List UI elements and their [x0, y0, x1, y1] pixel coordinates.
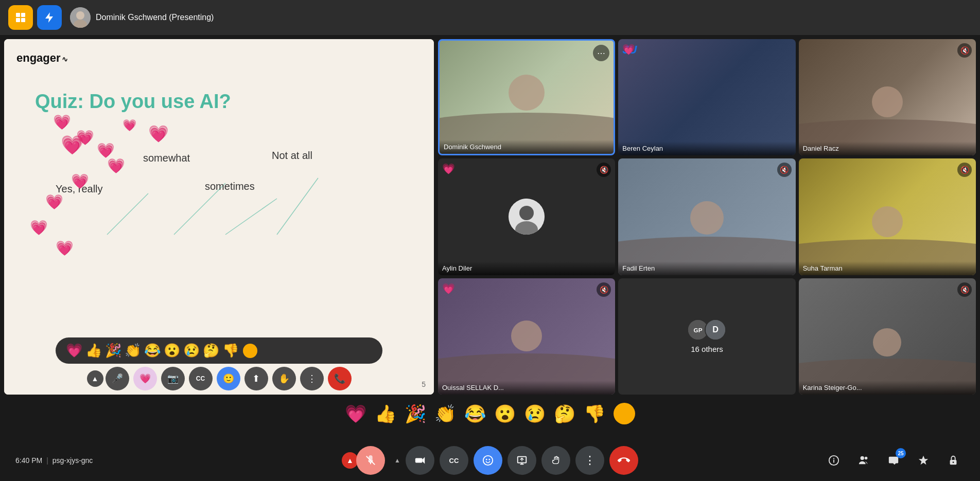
mic-group: ▲ [342, 446, 385, 475]
bottom-sad[interactable]: 😢 [524, 403, 546, 424]
heart-11: 💗 [61, 134, 84, 156]
bottom-heart[interactable]: 💗 [345, 403, 366, 424]
fadil-video [618, 158, 795, 275]
slide-present-btn[interactable]: ⬆ [244, 367, 268, 390]
slide-end-btn[interactable]: 📞 [328, 367, 352, 390]
karina-video [799, 278, 976, 395]
bottom-laugh[interactable]: 😂 [464, 403, 486, 424]
meeting-code: psg-xjys-gnc [52, 456, 93, 465]
time-display: 6:40 PM [15, 456, 42, 465]
slide-mic-btn[interactable]: 🎤 [106, 367, 129, 390]
emoji-btn[interactable] [474, 446, 502, 475]
chat-badge: 25 [896, 448, 906, 458]
svg-rect-0 [16, 13, 20, 17]
svg-line-7 [107, 193, 148, 235]
bottom-think[interactable]: 🤔 [554, 403, 575, 424]
overlay-clap[interactable]: 👏 [125, 343, 141, 359]
bottom-thumbs[interactable]: 👍 [375, 403, 396, 424]
ouissal-mute-icon: 🔇 [597, 282, 611, 297]
control-bar: 6:40 PM | psg-xjys-gnc ▲ ▲ [0, 446, 980, 475]
overlay-thumbs[interactable]: 👍 [85, 343, 102, 359]
slide-cc-btn[interactable]: CC [189, 367, 213, 390]
bottom-clap[interactable]: 👏 [434, 403, 456, 424]
slide-emoji-spark[interactable]: 💗 [133, 367, 157, 390]
yellow-dot-overlay [243, 344, 257, 358]
video-grid: ⋯ Dominik Gschwend JU 💗 Beren Ceylan 🔇 D… [438, 39, 976, 395]
dominik-head [509, 75, 545, 111]
activities-btn[interactable] [912, 449, 935, 472]
svg-point-30 [865, 457, 868, 460]
tile-others[interactable]: GP D 16 others [618, 278, 795, 395]
tile-daniel: 🔇 Daniel Racz [799, 39, 976, 155]
aylin-name: Aylin Diler [438, 261, 615, 275]
suha-head [872, 206, 903, 237]
dominik-video [440, 41, 614, 154]
heart-2: 💗 [76, 129, 94, 146]
daniel-name: Daniel Racz [799, 141, 976, 155]
ouissal-head [511, 320, 542, 351]
bottom-dislike[interactable]: 👎 [584, 403, 605, 424]
heart-8: 💗 [56, 240, 74, 257]
overlay-dislike[interactable]: 👎 [222, 343, 239, 359]
slide-title: Quiz: Do you use AI? [35, 91, 231, 113]
word-sometimes: sometimes [205, 181, 255, 192]
wifi-icon: ∿ [62, 55, 68, 63]
heart-7: 💗 [30, 219, 48, 236]
slide-more-btn[interactable]: ⋮ [300, 367, 324, 390]
camera-group: ▲ [390, 446, 434, 475]
overlay-heart[interactable]: 💗 [66, 343, 82, 359]
svg-point-23 [486, 459, 487, 460]
tile-fadil: 🔇 Fadil Erten [618, 158, 795, 275]
svg-text:GP: GP [694, 327, 703, 333]
slide-lines [81, 152, 339, 255]
slide-camera-btn[interactable]: 📷 [161, 367, 185, 390]
beren-name: Beren Ceylan [618, 141, 795, 155]
overlay-think[interactable]: 🤔 [203, 343, 219, 359]
svg-rect-2 [16, 18, 20, 22]
karina-name: Karina Steiger-Go... [799, 381, 976, 395]
time-code-area: 6:40 PM | psg-xjys-gnc [15, 456, 93, 465]
lightning-icon-btn[interactable] [37, 5, 62, 30]
tile-karina: 🔇 Karina Steiger-Go... [799, 278, 976, 395]
svg-rect-20 [415, 458, 423, 462]
overlay-emojis: 💗 👍 🎉 👏 😂 😮 😢 🤔 👎 [66, 343, 239, 359]
heart-10: 💗 [148, 124, 169, 144]
others-avatar-d: D [705, 319, 726, 341]
right-icons: 25 [822, 449, 965, 472]
svg-marker-21 [423, 457, 425, 464]
presenter-avatar [70, 7, 91, 28]
grid-icon-btn[interactable] [8, 5, 33, 30]
present-btn[interactable] [507, 446, 536, 475]
captions-btn[interactable]: CC [440, 446, 468, 475]
lock-btn[interactable] [942, 449, 965, 472]
emoji-overlay: 💗 👍 🎉 👏 😂 😮 😢 🤔 👎 [56, 337, 382, 364]
fadil-head [690, 201, 724, 235]
people-btn[interactable] [852, 449, 875, 472]
overlay-party[interactable]: 🎉 [105, 343, 121, 359]
svg-rect-3 [21, 18, 25, 22]
info-btn[interactable] [822, 449, 845, 472]
bottom-party[interactable]: 🎉 [405, 403, 426, 424]
tile-aylin: 💗 🔇 Aylin Diler [438, 158, 615, 275]
bottom-area: 💗 👍 🎉 👏 😂 😮 😢 🤔 👎 6:40 PM | psg-xjys-gnc… [0, 399, 980, 481]
overlay-sad[interactable]: 😢 [183, 343, 200, 359]
slide-emoji-btn[interactable]: 🙂 [217, 367, 240, 390]
daniel-head [872, 86, 903, 117]
svg-point-22 [483, 456, 493, 465]
more-options-btn[interactable]: ⋮ [575, 446, 604, 475]
overlay-laugh[interactable]: 😂 [144, 343, 161, 359]
chat-btn[interactable]: 25 [882, 449, 905, 472]
overlay-wow[interactable]: 😮 [164, 343, 180, 359]
camera-arrow-btn[interactable]: ▲ [390, 453, 405, 468]
mic-mute-btn[interactable] [356, 446, 385, 475]
slide-hand-btn[interactable]: ✋ [272, 367, 296, 390]
presenter-info: Dominik Gschwend (Presenting) [70, 7, 214, 28]
tile-dominik: ⋯ Dominik Gschwend [438, 39, 615, 155]
slide-ctrl-arrow[interactable]: ▲ [87, 370, 103, 387]
svg-marker-31 [919, 456, 928, 465]
bottom-wow[interactable]: 😮 [494, 403, 516, 424]
ouissal-video [438, 278, 615, 395]
camera-btn[interactable] [406, 446, 434, 475]
raise-hand-btn[interactable] [541, 446, 570, 475]
end-call-btn[interactable] [609, 446, 638, 475]
